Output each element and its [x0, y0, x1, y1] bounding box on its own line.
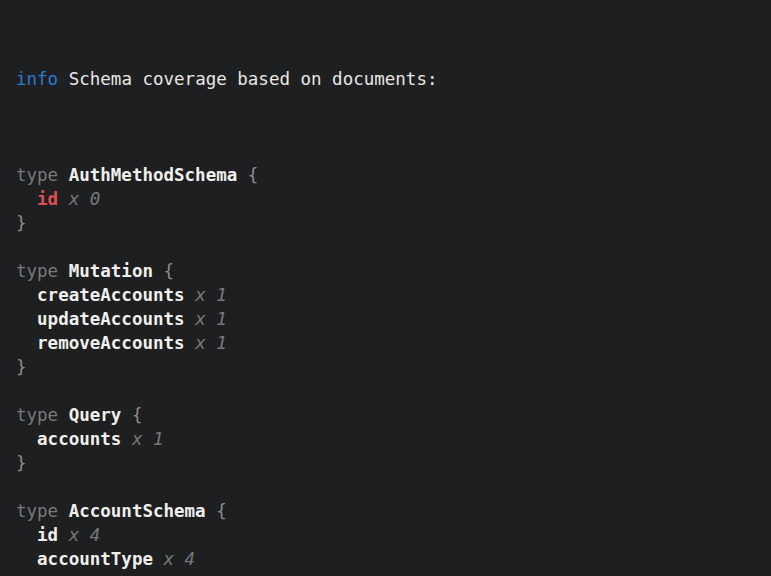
field-indent — [16, 525, 37, 545]
field-name: createAccounts — [37, 285, 185, 305]
type-declaration-line: type AccountSchema { — [16, 499, 771, 523]
type-name: AccountSchema — [69, 501, 206, 521]
open-brace: { — [121, 405, 142, 425]
field-name: updateAccounts — [37, 309, 185, 329]
type-keyword: type — [16, 405, 69, 425]
field-line: createAccounts x 1 — [16, 283, 771, 307]
field-usage-count: x 1 — [121, 429, 163, 449]
type-declaration-line: type AuthMethodSchema { — [16, 163, 771, 187]
field-line: id x 0 — [16, 187, 771, 211]
type-block: type Query { accounts x 1} — [16, 403, 771, 475]
field-line: id x 4 — [16, 523, 771, 547]
field-line: accounts x 1 — [16, 427, 771, 451]
close-brace: } — [16, 453, 27, 473]
field-usage-count: x 0 — [58, 189, 100, 209]
open-brace: { — [206, 501, 227, 521]
info-line: info Schema coverage based on documents: — [16, 67, 771, 91]
field-usage-count: x 1 — [185, 333, 227, 353]
info-badge: info — [16, 69, 58, 89]
field-usage-count: x 4 — [58, 525, 100, 545]
type-block: type Mutation { createAccounts x 1 updat… — [16, 259, 771, 379]
type-block: type AuthMethodSchema { id x 0} — [16, 163, 771, 235]
type-keyword: type — [16, 261, 69, 281]
field-line: accountName x 4 — [16, 571, 771, 576]
type-block: type AccountSchema { id x 4 accountType … — [16, 499, 771, 576]
close-brace-line: } — [16, 451, 771, 475]
field-usage-count: x 1 — [185, 309, 227, 329]
field-indent — [16, 333, 37, 353]
close-brace-line: } — [16, 211, 771, 235]
field-indent — [16, 429, 37, 449]
type-declaration-line: type Mutation { — [16, 259, 771, 283]
type-name: Mutation — [69, 261, 153, 281]
type-blocks: type AuthMethodSchema { id x 0}type Muta… — [16, 163, 771, 576]
field-line: removeAccounts x 1 — [16, 331, 771, 355]
terminal-output: info Schema coverage based on documents:… — [0, 0, 771, 576]
field-name: id — [37, 525, 58, 545]
open-brace: { — [237, 165, 258, 185]
type-keyword: type — [16, 501, 69, 521]
field-name: accountType — [37, 549, 153, 569]
open-brace: { — [153, 261, 174, 281]
info-message: Schema coverage based on documents: — [69, 69, 438, 89]
field-indent — [16, 285, 37, 305]
field-name: removeAccounts — [37, 333, 185, 353]
close-brace: } — [16, 357, 27, 377]
field-line: updateAccounts x 1 — [16, 307, 771, 331]
field-name: id — [37, 189, 58, 209]
field-usage-count: x 4 — [153, 549, 195, 569]
close-brace: } — [16, 213, 27, 233]
field-indent — [16, 309, 37, 329]
field-usage-count: x 1 — [185, 285, 227, 305]
field-line: accountType x 4 — [16, 547, 771, 571]
field-indent — [16, 549, 37, 569]
close-brace-line: } — [16, 355, 771, 379]
field-name: accounts — [37, 429, 121, 449]
type-name: AuthMethodSchema — [69, 165, 238, 185]
type-name: Query — [69, 405, 122, 425]
type-keyword: type — [16, 165, 69, 185]
field-indent — [16, 189, 37, 209]
type-declaration-line: type Query { — [16, 403, 771, 427]
